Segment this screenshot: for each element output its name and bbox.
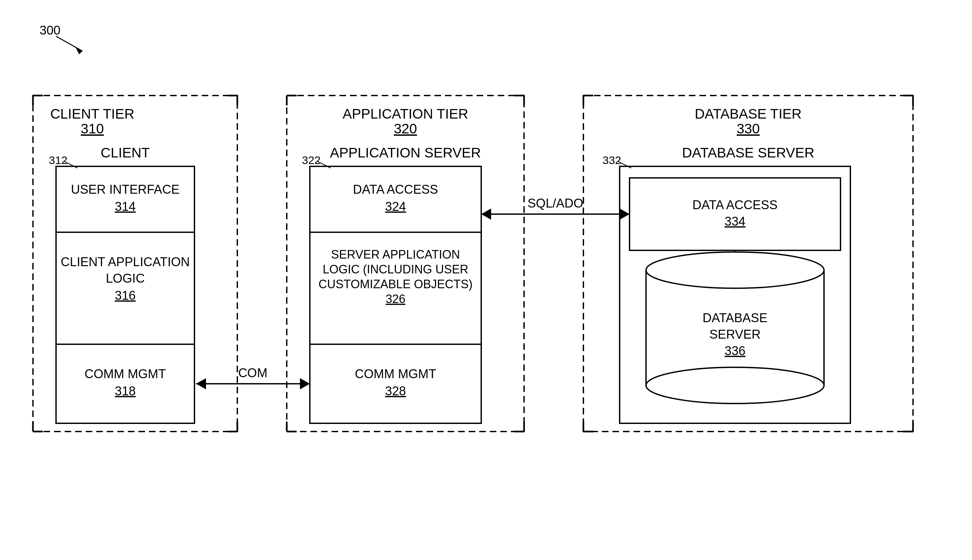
com-arrow-label: COM xyxy=(238,366,268,380)
da324-label: DATA ACCESS xyxy=(353,182,438,196)
db336-label2: SERVER xyxy=(709,327,761,341)
client-label: CLIENT xyxy=(100,145,150,160)
sqlaedo-arrow-label: SQL/ADO xyxy=(528,196,583,210)
svg-rect-0 xyxy=(0,0,972,560)
sal-label3: CUSTOMIZABLE OBJECTS) xyxy=(318,277,472,291)
da334-number: 334 xyxy=(725,215,745,228)
figure-ref: 300 xyxy=(40,23,60,37)
app-tier-number: 320 xyxy=(394,121,417,137)
ui-label: USER INTERFACE xyxy=(71,182,179,196)
da334-label: DATA ACCESS xyxy=(693,198,778,212)
db336-number: 336 xyxy=(725,344,745,358)
diagram-container: 300 CLIENT TIER 310 312 CLIENT USER INTE… xyxy=(0,0,972,560)
svg-point-45 xyxy=(646,252,824,288)
sal-number: 326 xyxy=(386,292,406,306)
app-server-ref: 322 xyxy=(302,154,321,167)
cal-label2: LOGIC xyxy=(106,272,145,285)
ui-number: 314 xyxy=(115,200,135,213)
comm328-label: COMM MGMT xyxy=(355,367,436,381)
db-tier-label: DATABASE TIER xyxy=(695,106,802,122)
app-server-label: APPLICATION SERVER xyxy=(330,145,481,160)
client-tier-label: CLIENT TIER xyxy=(50,106,134,122)
db336-label: DATABASE xyxy=(702,311,767,325)
client-tier-number: 310 xyxy=(81,121,104,137)
db-tier-number: 330 xyxy=(737,121,760,137)
cal-label: CLIENT APPLICATION xyxy=(61,255,190,269)
comm318-label: COMM MGMT xyxy=(85,367,166,381)
db-server-label: DATABASE SERVER xyxy=(682,145,814,160)
svg-point-46 xyxy=(646,367,824,403)
comm318-number: 318 xyxy=(115,384,135,398)
sal-label2: LOGIC (INCLUDING USER xyxy=(323,263,468,276)
da324-number: 324 xyxy=(385,200,406,213)
db-server-ref: 332 xyxy=(603,154,621,167)
client-ref-num: 312 xyxy=(49,154,68,167)
sal-label1: SERVER APPLICATION xyxy=(331,248,460,261)
app-tier-label: APPLICATION TIER xyxy=(342,106,468,122)
cal-number: 316 xyxy=(115,288,135,302)
comm328-number: 328 xyxy=(385,384,406,398)
